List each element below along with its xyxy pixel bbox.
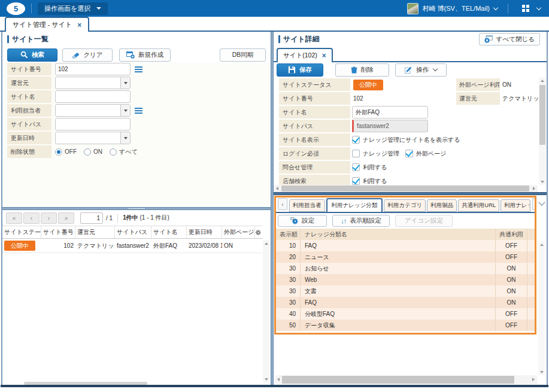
dropdown-arrow-icon[interactable] [120,105,130,116]
application-window: 5 操作画面を選択 村崎 博(SV、TEL/Mail) サイト管理 - サイト … [0,0,549,392]
store-search-checkbox[interactable]: 利用する [352,177,387,186]
next-page-button[interactable]: › [41,212,57,224]
first-page-button[interactable]: « [6,212,22,224]
site-detail-header: サイト詳細 すべて閉じる [274,32,547,47]
db-sync-button[interactable]: DB同期 [220,48,266,62]
col-external[interactable]: 外部ページ利用 [222,226,255,238]
category-row[interactable]: 50データ収集OFF [276,320,535,331]
category-row[interactable]: 20ニュースOFF [276,251,535,263]
collapse-chevron-icon[interactable] [538,199,545,205]
category-row[interactable]: 30FAQON [276,297,535,308]
results-vertical-scrollbar[interactable] [263,240,269,382]
results-horizontal-scrollbar[interactable] [24,382,147,385]
save-button[interactable]: 保存 [277,63,323,77]
categories-horizontal-scrollbar[interactable] [275,375,537,384]
detail-vertical-scrollbar[interactable] [539,77,546,185]
site-name-input[interactable]: 外部FAQ [352,106,428,118]
col-number[interactable]: サイト番号 [41,226,75,238]
col-operator[interactable]: 運営元 [75,226,115,238]
site-number-input[interactable]: 102 [55,63,131,75]
clear-button[interactable]: クリア [62,48,113,62]
detail-horizontal-scrollbar[interactable] [274,185,538,192]
category-row[interactable]: 40分岐型FAQOFF [276,308,535,320]
subtab-knowledge[interactable]: 利用ナレッジ [501,199,530,212]
col-category-name[interactable]: ナレッジ分類名 [300,229,496,240]
apps-chevron-down-icon[interactable] [536,5,541,10]
checkbox-checked-icon[interactable] [352,177,360,185]
login-external-checkbox[interactable]: 外部ページ [405,150,446,158]
subtab-knowledge-categories[interactable]: 利用ナレッジ分類 [326,198,383,213]
site-number-label: サイト番号 [7,63,51,75]
col-settings[interactable] [255,226,262,238]
apps-grid-icon[interactable] [522,5,529,12]
table-row[interactable]: 公開中 102 テクマトリックス fastanswer2 外部FAQ 2023/… [2,239,262,253]
col-path[interactable]: サイトパス [115,226,151,238]
operator-select[interactable] [55,77,131,89]
trash-icon [351,66,357,74]
updated-select[interactable] [55,132,131,144]
status-label: サイトステータス [279,78,350,91]
prev-page-button[interactable]: ‹ [23,212,40,224]
category-row[interactable]: 30お知らせON [276,263,535,274]
tab-site-management[interactable]: サイト管理 - サイト × [5,17,89,32]
category-row[interactable]: 30文書ON [276,285,535,297]
categories-vertical-scrollbar[interactable] [538,241,545,375]
subtab-users[interactable]: 利用担当者 [289,199,325,212]
col-updated[interactable]: 更新日時 [187,226,222,238]
ext-page-value: ON [502,78,511,91]
site-path-input[interactable] [55,118,131,130]
search-button[interactable]: 検索 [7,48,57,62]
inquiry-checkbox[interactable]: 利用する [352,163,387,172]
user-rep-label: 利用担当者 [7,104,51,117]
radio-all[interactable]: すべて [110,148,138,156]
subtab-products[interactable]: 利用製品 [427,199,457,212]
list-select-icon[interactable] [135,108,142,114]
delete-button[interactable]: 削除 [335,63,389,77]
subtab-categories[interactable]: 利用カテゴリ [384,199,426,212]
site-name-input[interactable] [55,90,131,103]
operation-button[interactable]: 操作 [395,63,447,77]
dropdown-arrow-icon[interactable] [120,77,130,89]
close-all-button[interactable]: すべて閉じる [479,33,540,45]
col-shared[interactable]: 共通利用 [496,229,527,240]
checkbox-unchecked-icon[interactable] [352,150,360,157]
main-area: サイト一覧 検索 クリア 新規作成 DB同期 [1,32,548,385]
login-knowledge-checkbox[interactable]: ナレッジ管理 [352,150,399,158]
category-row[interactable]: 30WebON [276,274,535,285]
page-input[interactable]: 1 [80,212,103,224]
settings-button[interactable]: 設定 [278,215,327,227]
subtabs: ‹ 利用担当者 利用ナレッジ分類 利用カテゴリ 利用製品 共通利用URL 利用ナ… [276,197,535,213]
dropdown-arrow-icon[interactable] [120,132,130,144]
tabs-scroll-right-button[interactable]: › [532,198,535,210]
tabs-scroll-left-button[interactable]: ‹ [278,198,287,210]
tab-close-icon[interactable]: × [77,22,81,29]
subtab-shared-url[interactable]: 共通利用URL [458,199,499,212]
site-path-input[interactable]: fastanswer2 [352,120,428,132]
col-status[interactable]: サイトステータス [2,226,41,238]
user-menu-label[interactable]: 村崎 博(SV、TEL/Mail) [423,4,490,13]
tab-close-icon[interactable]: × [322,52,326,59]
chevron-down-icon[interactable] [493,5,498,10]
create-new-button[interactable]: 新規作成 [119,48,171,62]
radio-on[interactable]: ON [84,148,102,156]
radio-off[interactable]: OFF [55,148,77,156]
icon-settings-button[interactable]: アイコン設定 [395,215,453,227]
app-logo[interactable]: 5 [7,2,25,15]
col-order[interactable]: 表示順 [276,229,300,240]
highlighted-subsection: ‹ 利用担当者 利用ナレッジ分類 利用カテゴリ 利用製品 共通利用URL 利用ナ… [274,196,536,335]
window-bottom-border [1,385,548,387]
col-name[interactable]: サイト名 [151,226,187,238]
user-rep-select[interactable] [55,104,131,117]
display-order-button[interactable]: ↓↑ 表示順設定 [332,215,390,227]
inquiry-label: 問合せ管理 [279,161,350,174]
tab-site-102[interactable]: サイト(102) × [277,48,333,62]
checkbox-checked-icon[interactable] [352,163,360,171]
last-page-button[interactable]: » [58,212,74,224]
list-select-icon[interactable] [135,66,142,72]
name-display-checkbox[interactable]: ナレッジ管理にサイト名を表示する [352,136,460,144]
category-row[interactable]: 10FAQOFF [276,240,535,251]
checkbox-checked-icon[interactable] [352,136,360,144]
avatar[interactable] [407,3,418,14]
screen-select-button[interactable]: 操作画面を選択 [38,2,108,15]
checkbox-checked-icon[interactable] [405,150,413,157]
